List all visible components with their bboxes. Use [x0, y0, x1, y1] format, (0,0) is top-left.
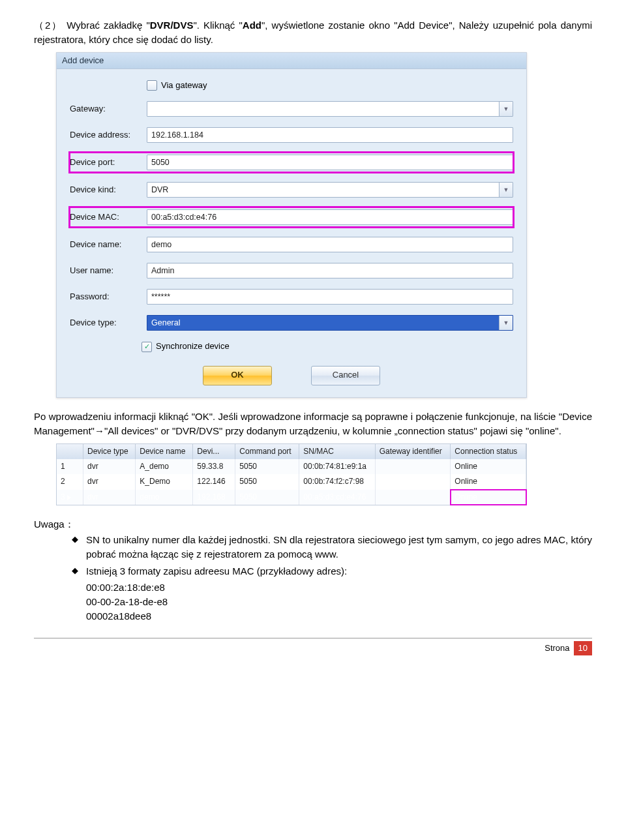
cancel-button[interactable]: Cancel: [311, 366, 380, 385]
triangle-icon: [67, 495, 71, 500]
device-type-label: Device type:: [70, 317, 140, 329]
device-type-select[interactable]: General▼: [147, 315, 513, 331]
device-kind-select[interactable]: DVR▼: [147, 182, 513, 198]
gateway-select[interactable]: ▼: [147, 101, 513, 117]
device-port-input[interactable]: 5050: [147, 155, 513, 170]
table-row[interactable]: 1 dvr A_demo 59.33.8 5050 00:0b:74:81:e9…: [57, 459, 526, 474]
device-kind-label: Device kind:: [70, 184, 140, 196]
gateway-label: Gateway:: [70, 103, 140, 115]
mac-example: 00-00-2a-18-de-e8: [34, 595, 592, 609]
password-input[interactable]: ******: [147, 289, 513, 305]
add-device-dialog: Add device Via gateway Gateway: ▼ Device…: [56, 52, 527, 398]
device-port-label: Device port:: [70, 157, 140, 169]
list-item: SN to unikalny numer dla każdej jednostk…: [72, 533, 592, 562]
device-address-label: Device address:: [70, 129, 140, 142]
via-gateway-checkbox[interactable]: [147, 80, 157, 91]
device-address-input[interactable]: 192.168.1.184: [147, 127, 513, 143]
synchronize-checkbox[interactable]: ✓: [142, 342, 152, 352]
chevron-down-icon: ▼: [499, 183, 513, 197]
chevron-down-icon: ▼: [499, 316, 513, 330]
note-heading: Uwaga：: [34, 517, 592, 532]
user-name-label: User name:: [70, 265, 140, 277]
table-header-row: Device type Device name Devi... Command …: [57, 444, 526, 459]
chevron-down-icon: ▼: [499, 102, 513, 116]
device-list-table: Device type Device name Devi... Command …: [56, 443, 527, 506]
synchronize-label: Synchronize device: [156, 340, 230, 353]
page-footer: Strona10: [34, 638, 592, 656]
table-row-selected[interactable]: 3 dvr demo 192.168 5050 00:a5:d3:cd:e4:7…: [57, 490, 526, 505]
dialog-title: Add device: [57, 53, 526, 69]
intro-paragraph: （2） Wybrać zakładkę "DVR/DVS". Kliknąć "…: [34, 18, 592, 47]
device-mac-label: Device MAC:: [70, 211, 140, 224]
list-item: Istnieją 3 formaty zapisu adreesu MAC (p…: [72, 564, 592, 578]
paragraph-2: Po wprowadzeniu informacji kliknąć "OK".…: [34, 410, 592, 438]
page-number: 10: [574, 641, 592, 656]
table-row[interactable]: 2 dvr K_Demo 122.146 5050 00:0b:74:f2:c7…: [57, 474, 526, 489]
device-mac-input[interactable]: 00:a5:d3:cd:e4:76: [147, 209, 513, 225]
mac-example: 00:00:2a:18:de:e8: [34, 580, 592, 595]
mac-example: 00002a18dee8: [34, 609, 592, 623]
password-label: Password:: [70, 291, 140, 303]
user-name-input[interactable]: Admin: [147, 263, 513, 278]
ok-button[interactable]: OK: [203, 366, 272, 385]
device-name-input[interactable]: demo: [147, 237, 513, 252]
device-name-label: Device name:: [70, 239, 140, 251]
via-gateway-label: Via gateway: [161, 80, 207, 92]
